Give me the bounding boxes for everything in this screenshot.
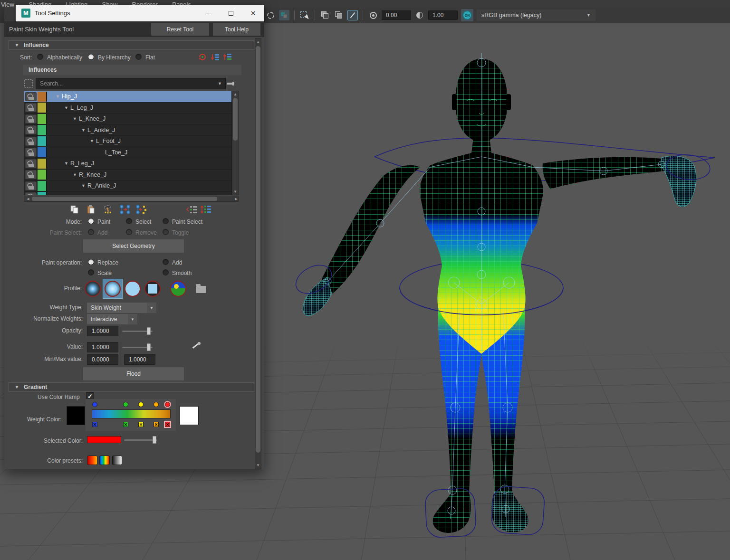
joint-color-swatch[interactable]: [38, 159, 47, 169]
joint-color-swatch[interactable]: [38, 170, 47, 180]
flood-button[interactable]: Flood: [83, 367, 184, 380]
lock-icon[interactable]: [25, 170, 37, 179]
sort-alphabetically-radio[interactable]: [37, 54, 43, 60]
weight-type-dropdown[interactable]: Skin Weight▼: [87, 303, 156, 313]
select-geometry-button[interactable]: Select Geometry: [83, 239, 184, 253]
influence-section-header[interactable]: ▼ Influence: [9, 40, 254, 50]
tool-help-button[interactable]: Tool Help: [213, 23, 260, 36]
paint-select-remove-radio[interactable]: [126, 229, 132, 235]
lock-icon[interactable]: [25, 125, 37, 134]
exposure-field[interactable]: 0.00: [382, 10, 411, 20]
paint-op-replace-label[interactable]: Replace: [97, 259, 118, 266]
close-button[interactable]: ✕: [242, 5, 264, 21]
influence-row[interactable]: ▼L_Toe_J: [24, 147, 231, 159]
influence-row[interactable]: ▼Hip_J: [24, 91, 231, 103]
preset-red-ramp[interactable]: [87, 456, 97, 465]
mode-paint-radio[interactable]: [88, 218, 94, 224]
exposure-icon[interactable]: [368, 10, 378, 20]
joint-color-swatch[interactable]: [38, 92, 47, 102]
paint-op-scale-label[interactable]: Scale: [97, 270, 112, 276]
influence-row[interactable]: ▼R_Leg_J: [24, 158, 231, 170]
minimize-button[interactable]: [197, 5, 220, 21]
browse-brush-folder-icon[interactable]: [196, 286, 206, 293]
opacity-field[interactable]: 1.0000: [87, 326, 118, 336]
joint-color-swatch[interactable]: [38, 147, 47, 157]
influence-row[interactable]: ▼R_Knee_J: [24, 170, 231, 181]
paint-select-add-label[interactable]: Add: [97, 229, 107, 236]
paste-weights-icon[interactable]: [85, 204, 96, 215]
window-title-bar[interactable]: M Tool Settings ✕: [16, 5, 264, 21]
ramp-marker[interactable]: [123, 402, 128, 407]
joint-color-swatch[interactable]: [38, 136, 47, 146]
eyedropper-icon[interactable]: [191, 341, 201, 351]
sort-flat-radio[interactable]: [135, 54, 142, 60]
paint-op-replace-radio[interactable]: [88, 259, 94, 265]
isolate-select-icon[interactable]: [279, 10, 289, 20]
sort-influences-list-icon[interactable]: [200, 204, 211, 215]
influence-row[interactable]: ▼L_Ankle_J: [24, 125, 231, 136]
value-slider[interactable]: [122, 343, 153, 351]
move-influence-down-icon[interactable]: [210, 52, 221, 62]
preset-grayscale-ramp[interactable]: [112, 456, 122, 465]
lock-icon[interactable]: [25, 148, 37, 157]
influence-row[interactable]: ▼L_Foot_J: [24, 136, 231, 147]
copy-vertex-weights-icon[interactable]: [135, 204, 147, 215]
influence-list-hscrollbar[interactable]: ◀ ▶: [24, 196, 239, 202]
paint-select-toggle-radio[interactable]: [163, 229, 169, 235]
influence-row[interactable]: ▼L_Leg_J: [24, 103, 231, 114]
lock-icon[interactable]: [25, 192, 37, 195]
ramp-delete-marker[interactable]: ✕: [123, 422, 128, 427]
joint-color-swatch[interactable]: [38, 192, 47, 195]
copy-weights-icon[interactable]: [69, 204, 80, 215]
weight-color-right-swatch[interactable]: [180, 406, 199, 425]
color-management-toggle[interactable]: ON: [461, 9, 473, 21]
ramp-marker[interactable]: [138, 402, 144, 407]
mode-paint-label[interactable]: Paint: [97, 218, 110, 225]
ramp-marker-selected[interactable]: [165, 402, 170, 407]
paint-op-smooth-label[interactable]: Smooth: [172, 270, 192, 276]
search-input[interactable]: [36, 78, 226, 89]
ramp-marker[interactable]: [154, 402, 159, 407]
mode-select-radio[interactable]: [126, 218, 132, 224]
maximize-button[interactable]: [220, 5, 242, 21]
paint-select-add-radio[interactable]: [88, 229, 94, 235]
color-ramp-bar[interactable]: [92, 409, 171, 418]
move-influence-up-icon[interactable]: [222, 52, 233, 62]
max-value-field[interactable]: 1.0000: [124, 354, 155, 365]
paint-op-add-label[interactable]: Add: [172, 259, 182, 266]
sort-flat-label[interactable]: Flat: [145, 54, 155, 61]
joint-color-swatch[interactable]: [38, 181, 47, 191]
gamma-contrast-icon[interactable]: [414, 10, 425, 20]
lock-icon[interactable]: [25, 114, 37, 123]
selected-color-swatch[interactable]: [87, 436, 121, 443]
ramp-delete-marker-selected[interactable]: ✕: [165, 422, 170, 427]
brush-solid[interactable]: [125, 281, 141, 297]
sort-alphabetically-label[interactable]: Alphabetically: [47, 54, 82, 61]
gradient-section-header[interactable]: ▼ Gradient: [9, 382, 254, 392]
joint-color-swatch[interactable]: [38, 114, 47, 124]
ramp-marker[interactable]: [92, 402, 97, 407]
lock-icon[interactable]: [25, 159, 37, 168]
mirror-weights-icon[interactable]: [119, 204, 131, 215]
opacity-slider[interactable]: [122, 327, 153, 335]
brush-image[interactable]: [170, 281, 186, 297]
pane-paste-icon[interactable]: [334, 10, 344, 20]
marquee-select-icon[interactable]: [299, 10, 310, 20]
marquee-filter-icon[interactable]: [24, 79, 33, 88]
ramp-delete-marker[interactable]: ✕: [154, 422, 159, 427]
mode-paint-select-radio[interactable]: [163, 218, 169, 224]
paint-op-smooth-radio[interactable]: [163, 269, 169, 275]
paint-select-remove-label[interactable]: Remove: [135, 229, 157, 236]
hammer-weights-icon[interactable]: [102, 204, 114, 215]
influence-list-scrollbar[interactable]: ▲ ▼: [232, 91, 239, 195]
influence-row[interactable]: ▼R_Ankle_J: [24, 180, 231, 192]
ramp-delete-marker[interactable]: ✕: [138, 422, 144, 427]
colorspace-dropdown[interactable]: sRGB gamma (legacy) ▼: [477, 9, 596, 21]
preset-rainbow-ramp[interactable]: [99, 456, 110, 465]
selected-color-slider[interactable]: [124, 436, 157, 444]
joint-color-swatch[interactable]: [38, 103, 47, 113]
refresh-influences-icon[interactable]: [197, 52, 208, 62]
min-value-field[interactable]: 0.0000: [87, 354, 118, 365]
normalize-weights-dropdown[interactable]: Interactive▼: [87, 314, 137, 324]
panel-scrollbar[interactable]: ▲ ▼: [255, 38, 261, 469]
